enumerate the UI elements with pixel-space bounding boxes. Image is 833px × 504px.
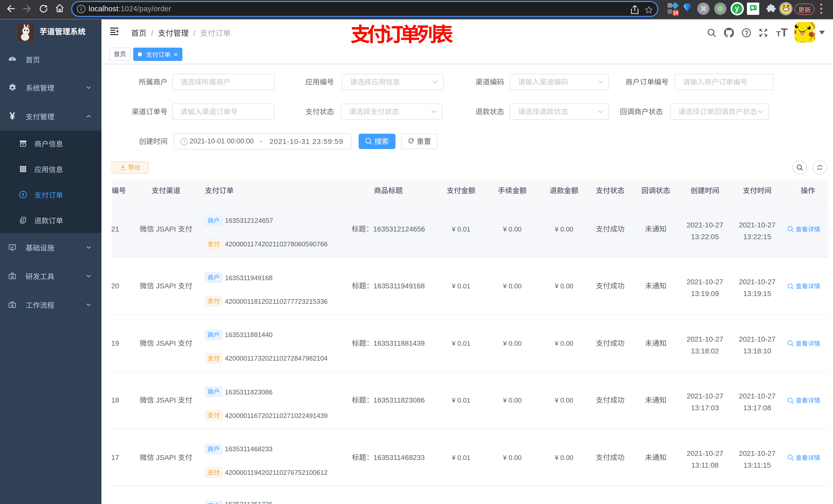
svg-text:¥: ¥: [22, 192, 24, 197]
